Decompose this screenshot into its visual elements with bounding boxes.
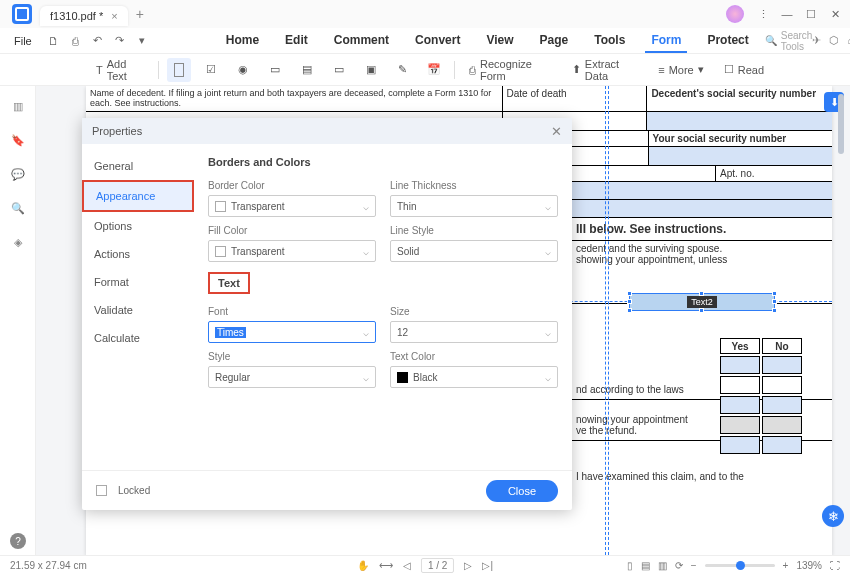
menu-protect[interactable]: Protect xyxy=(701,29,754,53)
doc-text: Name of decedent. If filing a joint retu… xyxy=(86,86,503,111)
nav-general[interactable]: General xyxy=(82,152,194,180)
selected-form-field[interactable]: Text2 xyxy=(629,293,775,311)
nav-calculate[interactable]: Calculate xyxy=(82,324,194,352)
menu-page[interactable]: Page xyxy=(534,29,575,53)
locked-checkbox[interactable]: Locked xyxy=(96,485,150,496)
zoom-slider[interactable] xyxy=(705,564,775,567)
next-page-icon[interactable]: ▷ xyxy=(464,560,472,571)
line-thickness-select[interactable]: Thin xyxy=(390,195,558,217)
view-single-icon[interactable]: ▯ xyxy=(627,560,633,571)
scrollbar[interactable] xyxy=(838,94,844,154)
dropdown-icon[interactable]: ▾ xyxy=(134,33,150,49)
dialog-title: Properties xyxy=(92,125,142,137)
send-icon[interactable]: ✈ xyxy=(812,34,821,47)
more-button[interactable]: ≡ More ▾ xyxy=(652,60,709,79)
field-label: Text2 xyxy=(687,296,717,308)
border-color-select[interactable]: Transparent xyxy=(208,195,376,217)
last-page-icon[interactable]: ▷| xyxy=(482,560,493,571)
list-tool[interactable]: ▤ xyxy=(295,58,319,82)
main-menu: Home Edit Comment Convert View Page Tool… xyxy=(220,29,755,53)
add-text-button[interactable]: T Add Text xyxy=(90,55,150,85)
search-panel-icon[interactable]: 🔍 xyxy=(10,200,26,216)
search-icon: 🔍 xyxy=(765,35,777,46)
zoom-out-icon[interactable]: − xyxy=(691,560,697,571)
style-select[interactable]: Regular xyxy=(208,366,376,388)
nav-appearance[interactable]: Appearance xyxy=(82,180,194,212)
fullscreen-icon[interactable]: ⛶ xyxy=(830,560,840,571)
help-icon[interactable]: ? xyxy=(10,533,26,549)
doc-text: Decedent's social security number xyxy=(647,86,832,111)
status-coords: 21.59 x 27.94 cm xyxy=(10,560,87,571)
comments-icon[interactable]: 💬 xyxy=(10,166,26,182)
view-continuous-icon[interactable]: ▤ xyxy=(641,560,650,571)
section-borders: Borders and Colors xyxy=(208,156,558,168)
menu-home[interactable]: Home xyxy=(220,29,265,53)
print-icon[interactable]: ⎙ xyxy=(68,33,84,49)
signature-tool[interactable]: ✎ xyxy=(391,58,414,82)
date-tool[interactable]: 📅 xyxy=(422,58,446,82)
menu-comment[interactable]: Comment xyxy=(328,29,395,53)
nav-options[interactable]: Options xyxy=(82,212,194,240)
nav-format[interactable]: Format xyxy=(82,268,194,296)
fill-color-select[interactable]: Transparent xyxy=(208,240,376,262)
assistant-icon[interactable]: ❄ xyxy=(822,505,844,527)
menu-form[interactable]: Form xyxy=(645,29,687,53)
dialog-close-icon[interactable]: ✕ xyxy=(551,124,562,139)
cloud-icon[interactable]: ⬡ xyxy=(829,34,839,47)
doc-text: Date of death xyxy=(503,86,648,111)
kebab-icon[interactable]: ⋮ xyxy=(752,3,774,25)
document-tab[interactable]: f1310.pdf * × xyxy=(40,6,128,26)
properties-dialog: Properties ✕ General Appearance Options … xyxy=(82,118,572,510)
text-field-tool[interactable] xyxy=(167,58,191,82)
rotate-icon[interactable]: ⟳ xyxy=(675,560,683,571)
save-icon[interactable]: 🗋 xyxy=(46,33,62,49)
bookmarks-icon[interactable]: 🔖 xyxy=(10,132,26,148)
close-window-icon[interactable]: ✕ xyxy=(824,3,846,25)
recognize-form-button[interactable]: ⎙ Recognize Form xyxy=(463,55,558,85)
file-menu[interactable]: File xyxy=(6,35,40,47)
undo-icon[interactable]: ↶ xyxy=(90,33,106,49)
redo-icon[interactable]: ↷ xyxy=(112,33,128,49)
app-logo xyxy=(12,4,32,24)
button-tool[interactable]: ▭ xyxy=(327,58,351,82)
text-color-select[interactable]: Black xyxy=(390,366,558,388)
menu-tools[interactable]: Tools xyxy=(588,29,631,53)
fit-width-icon[interactable]: ⟷ xyxy=(379,560,393,571)
combo-tool[interactable]: ▭ xyxy=(263,58,287,82)
user-avatar[interactable] xyxy=(726,5,744,23)
hand-tool-icon[interactable]: ✋ xyxy=(357,560,369,571)
page-indicator[interactable]: 1 / 2 xyxy=(421,558,454,573)
font-select[interactable]: Times xyxy=(208,321,376,343)
close-button[interactable]: Close xyxy=(486,480,558,502)
zoom-level[interactable]: 139% xyxy=(796,560,822,571)
nav-actions[interactable]: Actions xyxy=(82,240,194,268)
view-facing-icon[interactable]: ▥ xyxy=(658,560,667,571)
line-style-select[interactable]: Solid xyxy=(390,240,558,262)
maximize-icon[interactable]: ☐ xyxy=(800,3,822,25)
menu-convert[interactable]: Convert xyxy=(409,29,466,53)
nav-validate[interactable]: Validate xyxy=(82,296,194,324)
zoom-in-icon[interactable]: + xyxy=(783,560,789,571)
menu-edit[interactable]: Edit xyxy=(279,29,314,53)
close-tab-icon[interactable]: × xyxy=(111,10,117,22)
thumbnails-icon[interactable]: ▥ xyxy=(10,98,26,114)
section-text: Text xyxy=(208,272,250,294)
tab-title: f1310.pdf * xyxy=(50,10,103,22)
search-tools[interactable]: 🔍 Search Tools xyxy=(765,30,813,52)
extract-data-button[interactable]: ⬆ Extract Data xyxy=(566,55,644,85)
image-tool[interactable]: ▣ xyxy=(359,58,383,82)
prev-page-icon[interactable]: ◁ xyxy=(403,560,411,571)
checkbox-tool[interactable]: ☑ xyxy=(199,58,223,82)
radio-tool[interactable]: ◉ xyxy=(231,58,255,82)
menu-view[interactable]: View xyxy=(480,29,519,53)
layers-icon[interactable]: ◈ xyxy=(10,234,26,250)
yes-no-table: YesNo xyxy=(718,336,804,456)
new-tab-button[interactable]: + xyxy=(136,6,144,22)
size-select[interactable]: 12 xyxy=(390,321,558,343)
read-toggle[interactable]: ☐ Read xyxy=(718,60,770,79)
minimize-icon[interactable]: — xyxy=(776,3,798,25)
